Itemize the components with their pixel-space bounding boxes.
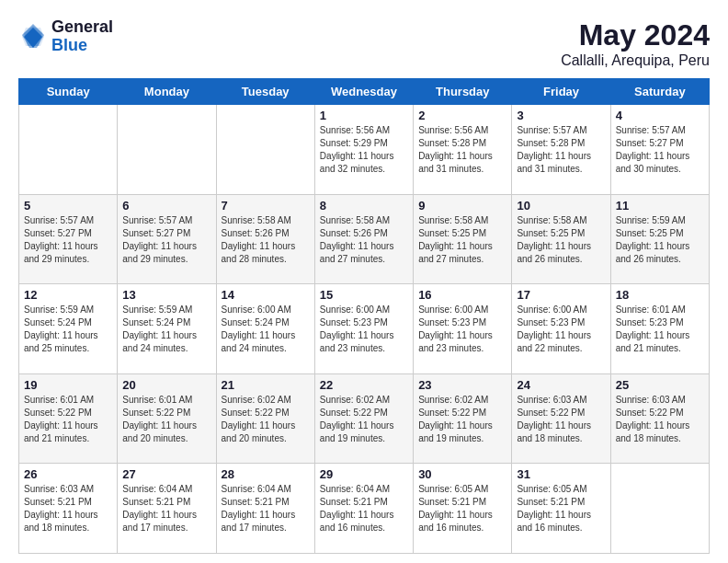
day-number: 6 [122, 199, 210, 213]
day-cell: 21Sunrise: 6:02 AM Sunset: 5:22 PM Dayli… [216, 373, 314, 464]
calendar-subtitle: Callalli, Arequipa, Peru [561, 52, 710, 69]
day-number: 13 [122, 288, 210, 302]
day-info: Sunrise: 5:56 AM Sunset: 5:28 PM Dayligh… [418, 124, 506, 176]
day-cell: 8Sunrise: 5:58 AM Sunset: 5:26 PM Daylig… [314, 194, 413, 284]
day-cell: 10Sunrise: 5:58 AM Sunset: 5:25 PM Dayli… [512, 194, 610, 284]
day-cell: 5Sunrise: 5:57 AM Sunset: 5:27 PM Daylig… [19, 194, 118, 284]
day-number: 30 [418, 467, 506, 481]
day-info: Sunrise: 5:57 AM Sunset: 5:27 PM Dayligh… [24, 214, 112, 266]
day-info: Sunrise: 5:58 AM Sunset: 5:25 PM Dayligh… [418, 214, 506, 266]
day-cell: 15Sunrise: 6:00 AM Sunset: 5:23 PM Dayli… [314, 284, 413, 374]
day-cell: 27Sunrise: 6:04 AM Sunset: 5:21 PM Dayli… [118, 464, 216, 554]
header-cell-thursday: Thursday [414, 79, 512, 105]
day-number: 17 [517, 288, 605, 302]
day-cell: 3Sunrise: 5:57 AM Sunset: 5:28 PM Daylig… [512, 105, 610, 195]
day-cell: 22Sunrise: 6:02 AM Sunset: 5:22 PM Dayli… [314, 373, 413, 464]
title-block: May 2024 Callalli, Arequipa, Peru [561, 18, 710, 69]
day-info: Sunrise: 6:05 AM Sunset: 5:21 PM Dayligh… [517, 483, 605, 534]
day-number: 11 [616, 199, 704, 213]
day-info: Sunrise: 6:00 AM Sunset: 5:23 PM Dayligh… [320, 304, 408, 355]
day-number: 24 [517, 378, 605, 392]
day-cell: 6Sunrise: 5:57 AM Sunset: 5:27 PM Daylig… [118, 194, 216, 284]
day-cell [118, 105, 216, 195]
day-cell: 11Sunrise: 5:59 AM Sunset: 5:25 PM Dayli… [610, 194, 709, 284]
day-cell: 18Sunrise: 6:01 AM Sunset: 5:23 PM Dayli… [610, 284, 709, 374]
header-cell-wednesday: Wednesday [314, 79, 413, 105]
calendar-table: SundayMondayTuesdayWednesdayThursdayFrid… [18, 78, 710, 554]
day-info: Sunrise: 6:00 AM Sunset: 5:23 PM Dayligh… [418, 304, 506, 355]
day-info: Sunrise: 6:05 AM Sunset: 5:21 PM Dayligh… [418, 483, 506, 534]
day-number: 19 [24, 378, 112, 392]
header-cell-tuesday: Tuesday [216, 79, 314, 105]
day-cell: 26Sunrise: 6:03 AM Sunset: 5:21 PM Dayli… [19, 464, 118, 554]
day-info: Sunrise: 6:03 AM Sunset: 5:22 PM Dayligh… [517, 394, 605, 445]
day-cell: 2Sunrise: 5:56 AM Sunset: 5:28 PM Daylig… [414, 105, 512, 195]
day-cell: 12Sunrise: 5:59 AM Sunset: 5:24 PM Dayli… [19, 284, 118, 374]
day-number: 10 [517, 199, 605, 213]
day-number: 7 [222, 199, 310, 213]
day-number: 4 [616, 109, 704, 122]
logo-blue-text: Blue [51, 37, 113, 55]
day-cell [216, 105, 314, 195]
header-cell-sunday: Sunday [19, 79, 118, 105]
day-cell: 23Sunrise: 6:02 AM Sunset: 5:22 PM Dayli… [414, 373, 512, 464]
day-info: Sunrise: 6:01 AM Sunset: 5:23 PM Dayligh… [616, 304, 704, 355]
header-cell-saturday: Saturday [610, 79, 709, 105]
day-info: Sunrise: 5:59 AM Sunset: 5:25 PM Dayligh… [616, 214, 704, 266]
day-cell: 24Sunrise: 6:03 AM Sunset: 5:22 PM Dayli… [512, 373, 610, 464]
day-cell: 31Sunrise: 6:05 AM Sunset: 5:21 PM Dayli… [512, 464, 610, 554]
day-cell: 19Sunrise: 6:01 AM Sunset: 5:22 PM Dayli… [19, 373, 118, 464]
day-info: Sunrise: 5:57 AM Sunset: 5:28 PM Dayligh… [517, 124, 605, 176]
day-cell: 9Sunrise: 5:58 AM Sunset: 5:25 PM Daylig… [414, 194, 512, 284]
day-info: Sunrise: 6:01 AM Sunset: 5:22 PM Dayligh… [24, 394, 112, 445]
week-row-1: 1Sunrise: 5:56 AM Sunset: 5:29 PM Daylig… [19, 105, 710, 195]
day-info: Sunrise: 5:58 AM Sunset: 5:26 PM Dayligh… [320, 214, 408, 266]
day-info: Sunrise: 5:58 AM Sunset: 5:25 PM Dayligh… [517, 214, 605, 266]
week-row-4: 19Sunrise: 6:01 AM Sunset: 5:22 PM Dayli… [19, 373, 710, 464]
day-cell [610, 464, 709, 554]
day-info: Sunrise: 6:02 AM Sunset: 5:22 PM Dayligh… [320, 394, 408, 445]
day-cell: 30Sunrise: 6:05 AM Sunset: 5:21 PM Dayli… [414, 464, 512, 554]
header: General Blue May 2024 Callalli, Arequipa… [18, 18, 710, 69]
day-cell: 28Sunrise: 6:04 AM Sunset: 5:21 PM Dayli… [216, 464, 314, 554]
day-cell: 17Sunrise: 6:00 AM Sunset: 5:23 PM Dayli… [512, 284, 610, 374]
header-row: SundayMondayTuesdayWednesdayThursdayFrid… [19, 79, 710, 105]
header-cell-monday: Monday [118, 79, 216, 105]
day-number: 5 [24, 199, 112, 213]
day-number: 31 [517, 467, 605, 481]
day-info: Sunrise: 5:57 AM Sunset: 5:27 PM Dayligh… [122, 214, 210, 266]
day-info: Sunrise: 6:02 AM Sunset: 5:22 PM Dayligh… [418, 394, 506, 445]
day-cell: 29Sunrise: 6:04 AM Sunset: 5:21 PM Dayli… [314, 464, 413, 554]
day-cell: 7Sunrise: 5:58 AM Sunset: 5:26 PM Daylig… [216, 194, 314, 284]
week-row-5: 26Sunrise: 6:03 AM Sunset: 5:21 PM Dayli… [19, 464, 710, 554]
logo-text: General Blue [51, 18, 113, 55]
day-info: Sunrise: 6:02 AM Sunset: 5:22 PM Dayligh… [222, 394, 310, 445]
day-number: 20 [122, 378, 210, 392]
day-number: 22 [320, 378, 408, 392]
day-cell: 4Sunrise: 5:57 AM Sunset: 5:27 PM Daylig… [610, 105, 709, 195]
day-info: Sunrise: 5:57 AM Sunset: 5:27 PM Dayligh… [616, 124, 704, 176]
day-info: Sunrise: 5:59 AM Sunset: 5:24 PM Dayligh… [24, 304, 112, 355]
day-number: 25 [616, 378, 704, 392]
day-cell: 16Sunrise: 6:00 AM Sunset: 5:23 PM Dayli… [414, 284, 512, 374]
day-number: 29 [320, 467, 408, 481]
day-number: 9 [418, 199, 506, 213]
day-number: 1 [320, 109, 408, 122]
week-row-2: 5Sunrise: 5:57 AM Sunset: 5:27 PM Daylig… [19, 194, 710, 284]
day-cell: 1Sunrise: 5:56 AM Sunset: 5:29 PM Daylig… [314, 105, 413, 195]
day-number: 15 [320, 288, 408, 302]
day-number: 26 [24, 467, 112, 481]
day-info: Sunrise: 6:04 AM Sunset: 5:21 PM Dayligh… [222, 483, 310, 534]
day-info: Sunrise: 5:58 AM Sunset: 5:26 PM Dayligh… [222, 214, 310, 266]
day-number: 12 [24, 288, 112, 302]
day-number: 3 [517, 109, 605, 122]
day-info: Sunrise: 6:04 AM Sunset: 5:21 PM Dayligh… [122, 483, 210, 534]
day-info: Sunrise: 5:59 AM Sunset: 5:24 PM Dayligh… [122, 304, 210, 355]
header-cell-friday: Friday [512, 79, 610, 105]
day-number: 14 [222, 288, 310, 302]
day-number: 16 [418, 288, 506, 302]
day-number: 8 [320, 199, 408, 213]
day-cell: 14Sunrise: 6:00 AM Sunset: 5:24 PM Dayli… [216, 284, 314, 374]
day-info: Sunrise: 6:01 AM Sunset: 5:22 PM Dayligh… [122, 394, 210, 445]
day-cell: 25Sunrise: 6:03 AM Sunset: 5:22 PM Dayli… [610, 373, 709, 464]
